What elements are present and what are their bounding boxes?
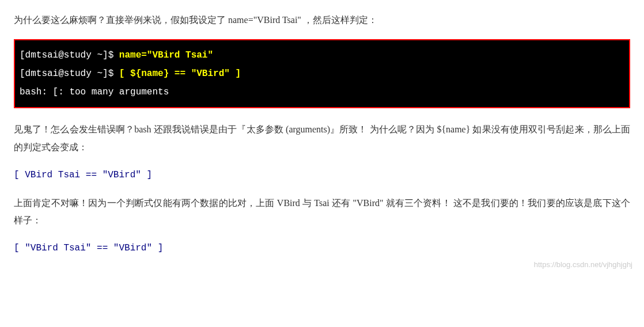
code-example-1: [ VBird Tsai == "VBird" ] — [14, 166, 630, 184]
explanation-paragraph-1: 见鬼了！怎么会发生错误啊？bash 还跟我说错误是由于『太多参数 (argume… — [14, 121, 630, 156]
terminal-line-3: bash: [: too many arguments — [20, 83, 624, 101]
prompt-text: [dmtsai@study ~]$ — [20, 50, 119, 60]
watermark-text: https://blog.csdn.net/vjhghjghj — [534, 258, 632, 272]
code-example-2: [ "VBird Tsai" == "VBird" ] — [14, 239, 630, 257]
terminal-line-2: [dmtsai@study ~]$ [ ${name} == "VBird" ] — [20, 64, 624, 83]
output-text: bash: [: too many arguments — [20, 87, 169, 97]
intro-paragraph: 为什么要这么麻烦啊？直接举例来说，假如我设定了 name="VBird Tsai… — [14, 12, 630, 29]
prompt-text: [dmtsai@study ~]$ — [20, 69, 119, 79]
command-text: name="VBird Tsai" — [119, 50, 213, 60]
terminal-block: [dmtsai@study ~]$ name="VBird Tsai" [dmt… — [14, 39, 630, 108]
command-text: [ ${name} == "VBird" ] — [119, 69, 241, 79]
terminal-line-1: [dmtsai@study ~]$ name="VBird Tsai" — [20, 46, 624, 64]
explanation-paragraph-2: 上面肯定不对嘛！因为一个判断式仅能有两个数据的比对，上面 VBird 与 Tsa… — [14, 195, 630, 230]
